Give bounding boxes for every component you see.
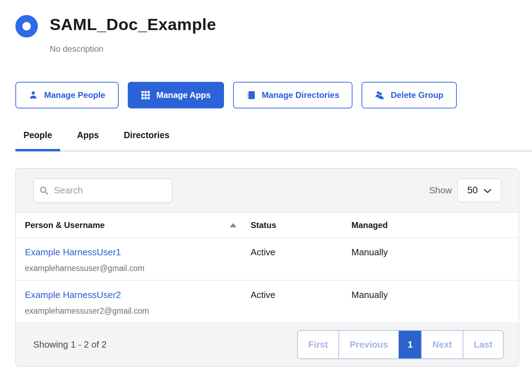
- table-footer: Showing 1 - 2 of 2 First Previous 1 Next…: [16, 323, 519, 366]
- people-table-panel: Show 50 Person & Username Status Managed: [15, 168, 519, 366]
- search-icon: [39, 186, 49, 195]
- column-label: Status: [251, 220, 276, 230]
- table-row: Example HarnessUser1 exampleharnessuser@…: [16, 238, 519, 280]
- page-size-control: Show 50: [429, 179, 501, 202]
- tab-directories[interactable]: Directories: [115, 130, 177, 151]
- table-toolbar: Show 50: [16, 169, 519, 213]
- show-label: Show: [429, 185, 452, 196]
- user-link[interactable]: Example HarnessUser1: [25, 247, 121, 258]
- page-size-value: 50: [467, 185, 478, 196]
- status-cell: Active: [241, 247, 342, 258]
- person-cell: Example HarnessUser2 exampleharnessuser2…: [16, 290, 241, 316]
- group-description: No description: [50, 44, 216, 54]
- user-link[interactable]: Example HarnessUser2: [25, 290, 121, 300]
- status-cell: Active: [241, 290, 342, 300]
- manage-apps-button[interactable]: Manage Apps: [128, 82, 224, 108]
- pagination: First Previous 1 Next Last: [297, 330, 504, 359]
- button-label: Manage Apps: [156, 90, 211, 100]
- user-email: exampleharnessuser2@gmail.com: [25, 306, 241, 316]
- column-label: Managed: [351, 220, 388, 230]
- managed-cell: Manually: [342, 247, 519, 258]
- group-header: SAML_Doc_Example No description: [15, 15, 519, 54]
- tab-bar: People Apps Directories: [15, 130, 532, 151]
- tab-label: Directories: [124, 130, 169, 140]
- person-cell: Example HarnessUser1 exampleharnessuser@…: [16, 247, 241, 273]
- tab-label: People: [23, 130, 52, 140]
- pagination-previous[interactable]: Previous: [338, 331, 399, 358]
- tab-people[interactable]: People: [15, 130, 60, 151]
- group-detail-page: SAML_Doc_Example No description Manage P…: [0, 0, 532, 366]
- manage-directories-button[interactable]: Manage Directories: [233, 82, 352, 108]
- chevron-down-icon: [484, 189, 491, 193]
- button-label: Manage Directories: [262, 90, 339, 100]
- pagination-next[interactable]: Next: [421, 331, 462, 358]
- manage-people-button[interactable]: Manage People: [15, 82, 119, 108]
- tab-apps[interactable]: Apps: [69, 130, 107, 151]
- column-header-status[interactable]: Status: [241, 220, 342, 230]
- group-icon: [15, 15, 38, 37]
- results-summary: Showing 1 - 2 of 2: [33, 339, 107, 350]
- managed-cell: Manually: [342, 290, 519, 300]
- grid-icon: [141, 91, 150, 100]
- button-label: Manage People: [44, 90, 105, 100]
- action-buttons-row: Manage People Manage Apps Manage Directo…: [15, 82, 519, 108]
- directory-icon: [246, 91, 255, 100]
- button-label: Delete Group: [391, 90, 443, 100]
- delete-group-button[interactable]: Delete Group: [362, 82, 457, 108]
- person-icon: [29, 91, 38, 100]
- column-header-person-username[interactable]: Person & Username: [16, 220, 241, 230]
- table-header-row: Person & Username Status Managed: [16, 213, 519, 238]
- table-row: Example HarnessUser2 exampleharnessuser2…: [16, 280, 519, 323]
- tab-label: Apps: [77, 130, 99, 140]
- sort-ascending-icon: [230, 223, 237, 227]
- column-label: Person & Username: [25, 220, 105, 230]
- group-header-text: SAML_Doc_Example No description: [50, 15, 216, 54]
- pagination-page-1[interactable]: 1: [399, 331, 421, 358]
- page-size-select[interactable]: 50: [457, 179, 501, 202]
- pagination-first[interactable]: First: [298, 331, 338, 358]
- column-header-managed[interactable]: Managed: [342, 220, 519, 230]
- pagination-last[interactable]: Last: [463, 331, 503, 358]
- user-email: exampleharnessuser@gmail.com: [25, 264, 241, 273]
- search-box: [33, 178, 172, 203]
- search-input[interactable]: [33, 178, 172, 203]
- page-title: SAML_Doc_Example: [50, 15, 216, 34]
- user-remove-icon: [375, 91, 384, 100]
